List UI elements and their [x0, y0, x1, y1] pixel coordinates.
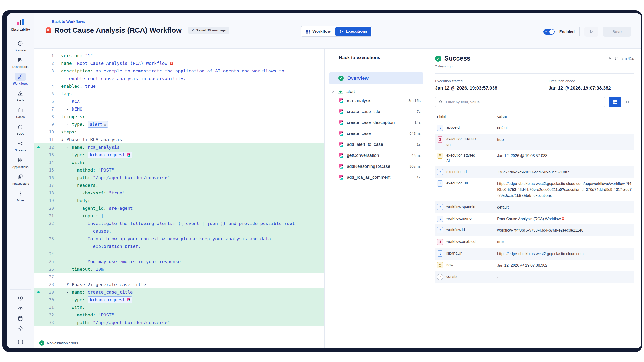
settings-icon[interactable]: [18, 326, 23, 332]
editor-line[interactable]: 13 type: kibana.request: [34, 151, 324, 159]
alert-triangle-icon: [338, 89, 343, 94]
filter-input[interactable]: [445, 100, 601, 105]
back-to-workflows-link[interactable]: ← Back to Workflows: [46, 19, 641, 24]
kibana-request-badge[interactable]: kibana.request: [88, 297, 132, 303]
enabled-toggle[interactable]: [543, 29, 554, 34]
editor-line[interactable]: 6 - RCA: [34, 98, 324, 105]
editor-line[interactable]: 32 method: "POST": [34, 311, 324, 319]
editor-line[interactable]: 23 To not blow up your context window pl…: [34, 235, 324, 243]
editor-line[interactable]: 14 with:: [34, 159, 324, 166]
storage-icon[interactable]: [18, 316, 23, 322]
editor-line[interactable]: 24: [34, 250, 324, 258]
overview-item[interactable]: ✓ Overview: [329, 72, 423, 84]
editor-line[interactable]: 19 body:: [34, 197, 324, 204]
editor-line[interactable]: 31 with:: [34, 304, 324, 311]
back-to-executions-link[interactable]: ← Back to executions: [324, 49, 428, 67]
editor-line[interactable]: 11 # Phase 1: RCA analysis: [34, 136, 324, 143]
editor-line[interactable]: 9 - type: alert⚠: [34, 121, 324, 128]
editor-line[interactable]: 2 name: Root Cause Analysis (RCA) Workfl…: [34, 59, 324, 67]
step-item-create_case_title[interactable]: create_case_title 7s: [329, 106, 423, 117]
editor-line[interactable]: 25 You may use emojis in your response.: [34, 258, 324, 266]
editor-line[interactable]: 33 path: "/api/agent_builder/converse": [34, 319, 324, 327]
alert-type-badge[interactable]: alert⚠: [88, 121, 108, 128]
editor-line[interactable]: 15 method: "POST": [34, 166, 324, 174]
editor-line[interactable]: 30 type: kibana.request: [34, 296, 324, 304]
tab-workflow[interactable]: Workflow: [302, 27, 335, 36]
sidebar-item-more[interactable]: More: [15, 189, 26, 202]
step-item-create_case_description[interactable]: create_case_description 14s: [329, 117, 423, 128]
sidebar-item-slos[interactable]: SLOs: [15, 123, 26, 135]
table-row[interactable]: tworkflow.id workflow-7f4f0bc6-5753-43d4…: [435, 225, 634, 236]
sidebar-item-streams[interactable]: Streams: [15, 139, 26, 152]
editor-line[interactable]: 22 Investigate the following alerts: {{ …: [34, 220, 324, 227]
editor-line[interactable]: 27: [34, 273, 324, 281]
kibana-request-badge[interactable]: kibana.request: [88, 152, 132, 158]
editor-line[interactable]: 12 - name: rca_analysis: [34, 143, 324, 151]
editor-line[interactable]: 18 kbn-xsrf: "true": [34, 189, 324, 197]
yaml-editor[interactable]: 1 version: "1" 2 name: Root Cause Analys…: [34, 49, 324, 337]
trigger-row-alert[interactable]: alert: [331, 89, 423, 94]
step-item-create_case[interactable]: create_case 647ms: [329, 128, 423, 139]
editor-line[interactable]: 3 description: an example to demonstrate…: [34, 67, 324, 75]
filter-field[interactable]: [435, 96, 605, 107]
table-row[interactable]: now Jan 12, 2026 @ 19:07:38.382: [435, 260, 634, 271]
sidebar-item-applications[interactable]: Applications: [12, 156, 28, 169]
table-row[interactable]: texecution.url https://edge-oblt.kb.us-w…: [435, 178, 634, 201]
line-number: 19: [34, 197, 61, 204]
line-number: 5: [34, 90, 61, 98]
editor-line[interactable]: exploration brief.: [34, 243, 324, 250]
editor-line[interactable]: 1 version: "1": [34, 52, 324, 59]
sidebar-item-cases[interactable]: Cases: [15, 106, 26, 119]
save-button[interactable]: Save: [603, 27, 631, 37]
table-view-button[interactable]: [609, 97, 621, 107]
sidebar-item-workflows[interactable]: Workflows: [13, 73, 28, 85]
flask-icon: [608, 56, 612, 61]
editor-line[interactable]: 10 steps:: [34, 128, 324, 136]
editor-line[interactable]: causes.: [34, 227, 324, 235]
sidebar-nav: Discover Dashboards Workflows Alerts Cas…: [12, 35, 29, 202]
field-value: Jan 12, 2026 @ 19:07:38.382: [497, 262, 632, 269]
table-row[interactable]: execution.startedAt Jan 12, 2026 @ 19:03…: [435, 150, 634, 166]
step-item-addReasoningToCase[interactable]: addReasoningToCase 867ms: [329, 161, 423, 172]
table-row[interactable]: tspaceId default: [435, 122, 634, 134]
sidebar-collapse[interactable]: [10, 336, 30, 345]
run-workflow-button[interactable]: [584, 27, 598, 37]
table-row[interactable]: ?consts -: [435, 271, 634, 283]
editor-line[interactable]: 17 headers:: [34, 182, 324, 189]
table-row[interactable]: texecution.id 376d74dd-d9c9-4017-acd7-89…: [435, 166, 634, 178]
editor-line[interactable]: 16 path: "/api/agent_builder/converse": [34, 174, 324, 182]
editor-line[interactable]: 28 # Phase 2: generate case title: [34, 281, 324, 288]
editor-line[interactable]: 21 input: |: [34, 212, 324, 220]
observability-logo[interactable]: Observability: [10, 18, 30, 35]
sidebar-item-dashboards[interactable]: Dashboards: [12, 56, 28, 69]
sidebar-item-discover[interactable]: Discover: [14, 39, 26, 52]
editor-line[interactable]: 29 - name: create_case_title: [34, 288, 324, 296]
table-row[interactable]: tworkflow.spaceId default: [435, 201, 634, 213]
step-item-add_rca_as_comment[interactable]: add_rca_as_comment 1s: [329, 172, 423, 183]
editor-line[interactable]: 4 enabled: true: [34, 82, 324, 90]
step-duration: 1s: [417, 175, 420, 179]
tab-executions[interactable]: Executions: [335, 27, 371, 36]
line-number: 2: [34, 59, 61, 67]
sidebar-item-alerts[interactable]: Alerts: [15, 89, 26, 102]
step-item-getConversation[interactable]: getConversation 44ms: [329, 150, 423, 161]
kibana-logo-icon: [338, 175, 344, 180]
editor-line[interactable]: enable root cause analysis in observabil…: [34, 75, 324, 82]
step-item-rca_analysis[interactable]: rca_analysis 3m 15s: [329, 95, 423, 106]
step-item-add_alert_to_case[interactable]: add_alert_to_case 1s: [329, 139, 423, 150]
table-row[interactable]: tkibanaUrl https://edge-oblt.kb.us-west2…: [435, 248, 634, 260]
code-view-button[interactable]: [621, 97, 634, 107]
add-circle-icon[interactable]: [18, 295, 23, 301]
code-icon[interactable]: [18, 305, 23, 311]
sidebar-item-infrastructure[interactable]: Infrastructure: [12, 173, 29, 185]
editor-line[interactable]: 20 agent_id: sre-agent: [34, 204, 324, 212]
duration-text: 3m 41s: [622, 56, 634, 61]
editor-line[interactable]: 5 tags:: [34, 90, 324, 98]
line-number: 16: [34, 174, 61, 182]
editor-line[interactable]: 7 - DEMO: [34, 105, 324, 113]
table-row[interactable]: tworkflow.name Root Cause Analysis (RCA)…: [435, 213, 634, 225]
editor-line[interactable]: 8 triggers:: [34, 113, 324, 121]
table-row[interactable]: execution.isTestRun true: [435, 134, 634, 150]
table-row[interactable]: workflow.enabled true: [435, 236, 634, 248]
editor-line[interactable]: 26 timeout: 10m: [34, 266, 324, 273]
